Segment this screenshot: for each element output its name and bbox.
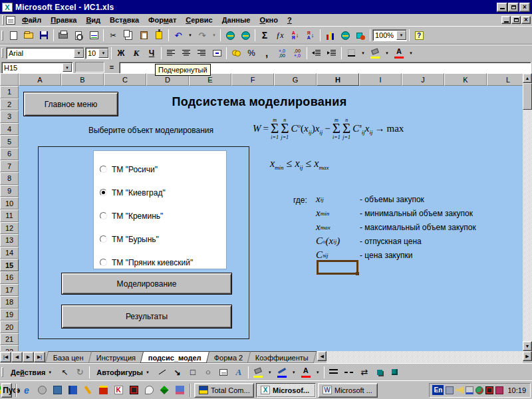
undo-dropdown[interactable]: ▼	[186, 28, 194, 43]
decrease-decimal-button[interactable]: ,00+,0	[290, 46, 305, 61]
chevron-down-icon[interactable]: ▼	[63, 63, 72, 72]
text-box-button[interactable]	[216, 365, 231, 380]
toolbar-grip[interactable]	[1, 48, 3, 58]
radio-button-icon[interactable]	[100, 259, 107, 266]
scroll-left-button[interactable]: ◀	[317, 351, 327, 361]
mail-icon[interactable]	[173, 384, 186, 397]
scrollbar-track[interactable]	[523, 110, 532, 341]
taskbar-clock[interactable]: 10:19	[507, 386, 526, 394]
row-header[interactable]: 5	[0, 135, 19, 148]
column-header[interactable]: K	[444, 73, 487, 86]
menu-item[interactable]: Данные	[217, 15, 255, 25]
address-book-icon[interactable]	[66, 384, 79, 397]
save-button[interactable]	[37, 28, 51, 43]
new-button[interactable]	[6, 28, 21, 43]
open-button[interactable]	[21, 28, 36, 43]
column-header[interactable]: I	[359, 73, 402, 86]
row-header[interactable]: 8	[0, 172, 19, 185]
antivirus-tray-icon[interactable]	[495, 386, 503, 394]
comma-style-button[interactable]: ,	[259, 46, 274, 61]
menu-item[interactable]: Вставка	[105, 15, 144, 25]
font-color-button[interactable]: А	[392, 46, 406, 61]
map-button[interactable]	[338, 28, 352, 43]
font-size-select[interactable]: 10 ▼	[85, 47, 109, 59]
menu-item[interactable]: Окно	[255, 15, 282, 25]
align-center-button[interactable]	[179, 46, 194, 61]
row-header[interactable]: 16	[0, 271, 19, 284]
line-color-button[interactable]	[275, 365, 289, 380]
row-header[interactable]: 12	[0, 222, 19, 235]
increase-decimal-button[interactable]: +,0,00	[275, 46, 289, 61]
threed-button[interactable]	[388, 365, 402, 380]
column-header[interactable]: C	[104, 73, 146, 86]
trademark-option[interactable]: ТМ "Росичи"	[100, 158, 226, 181]
scheduler-icon[interactable]	[446, 386, 454, 394]
sheet-tab[interactable]: Форма 2	[206, 351, 251, 363]
trademark-option[interactable]: ТМ "Креминь"	[100, 204, 226, 227]
borders-dropdown[interactable]: ▼	[359, 46, 367, 61]
menu-item[interactable]: Файл	[17, 15, 46, 25]
scroll-right-button[interactable]: ▶	[523, 351, 532, 361]
web-toolbar-button[interactable]	[238, 28, 253, 43]
currency-style-button[interactable]	[229, 46, 243, 61]
row-header[interactable]: 19	[0, 309, 19, 321]
menu-item[interactable]: Сервис	[181, 15, 217, 25]
next-sheet-button[interactable]: ▶	[23, 352, 34, 362]
minimize-button[interactable]	[497, 3, 507, 12]
search-viewer-icon[interactable]	[142, 384, 156, 397]
main-menu-button[interactable]: Главное меню	[23, 92, 118, 116]
trademark-option[interactable]: ТМ "Киевград"	[100, 181, 226, 204]
column-header[interactable]: B	[61, 73, 104, 86]
toolbar-grip[interactable]	[1, 367, 3, 377]
network-globe-icon[interactable]	[475, 386, 483, 394]
row-header[interactable]: 2	[0, 98, 19, 111]
vertical-scrollbar[interactable]: ▲ ▼	[523, 73, 532, 351]
row-header[interactable]: 14	[0, 247, 19, 259]
menu-item[interactable]: Вид	[81, 15, 105, 25]
monitor-icon[interactable]	[127, 384, 140, 397]
row-header[interactable]: 17	[0, 284, 19, 297]
radio-button-icon[interactable]	[100, 212, 107, 219]
row-header[interactable]: 10	[0, 197, 19, 209]
column-header[interactable]: H	[317, 73, 359, 86]
function-wizard-button[interactable]: ƒx	[273, 28, 287, 43]
menu-item[interactable]: ?	[283, 15, 297, 25]
results-button[interactable]: Результаты	[61, 305, 232, 329]
first-sheet-button[interactable]: |◀	[0, 352, 11, 362]
align-left-button[interactable]	[164, 46, 178, 61]
display-settings-icon[interactable]	[485, 386, 493, 394]
undo-button[interactable]: ↶	[171, 28, 186, 43]
fill-color-dropdown[interactable]: ▼	[383, 46, 391, 61]
chevron-down-icon[interactable]: ▼	[98, 49, 108, 58]
font-color-dropdown[interactable]: ▼	[407, 46, 415, 61]
row-header[interactable]: 1	[0, 86, 19, 98]
format-painter-button[interactable]	[152, 28, 166, 43]
autoshapes-menu[interactable]: Автофигуры▼	[92, 366, 154, 379]
menu-item[interactable]: Правка	[46, 15, 81, 25]
taskbar-task-button[interactable]: Microsoft ...	[318, 383, 378, 398]
font-select[interactable]: Arial ▼	[6, 47, 84, 59]
scrollbar-thumb[interactable]	[523, 83, 532, 110]
draw-font-color-dropdown[interactable]: ▼	[314, 365, 322, 380]
backup-floppy-icon[interactable]	[96, 384, 110, 397]
scroll-up-button[interactable]: ▲	[523, 73, 532, 83]
name-box[interactable]: H15 ▼	[1, 62, 73, 74]
arrow-style-button[interactable]: ⇄	[357, 365, 372, 380]
redo-button[interactable]: ↷	[195, 28, 209, 43]
menu-item[interactable]: Формат	[144, 15, 181, 25]
cut-button[interactable]: ✂	[106, 28, 120, 43]
row-header[interactable]: 7	[0, 160, 19, 173]
rectangle-tool-button[interactable]: □	[186, 365, 200, 380]
print-button[interactable]	[56, 28, 70, 43]
increase-indent-button[interactable]	[325, 46, 339, 61]
trademark-option[interactable]: ТМ "Бурынь"	[100, 227, 226, 251]
calculator-icon[interactable]	[51, 384, 64, 397]
underline-button[interactable]: Ч	[144, 46, 159, 61]
chevron-down-icon[interactable]: ▼	[396, 31, 406, 40]
bold-button[interactable]: Ж	[114, 46, 128, 61]
row-header[interactable]: 20	[0, 321, 19, 333]
cd-player-icon[interactable]	[35, 384, 49, 397]
line-style-button[interactable]	[327, 365, 341, 380]
start-button[interactable]: Пуск	[1, 383, 12, 398]
stylus-icon[interactable]	[466, 386, 473, 394]
